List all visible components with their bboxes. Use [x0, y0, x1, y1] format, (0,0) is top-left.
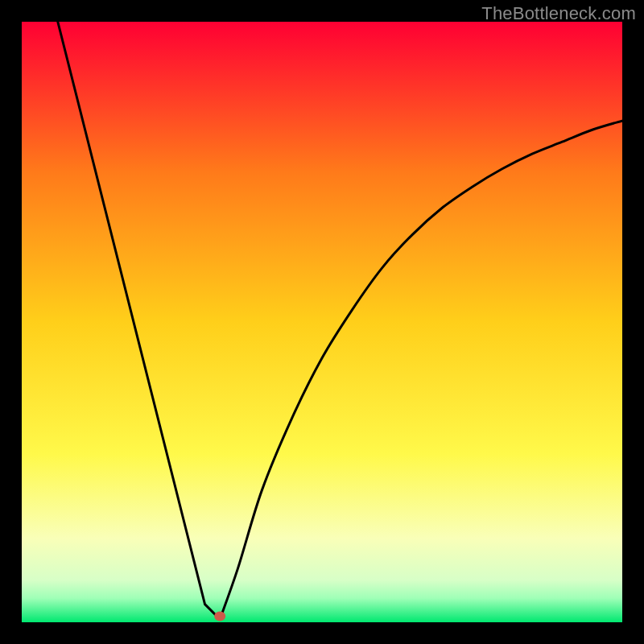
chart-frame: TheBottleneck.com — [0, 0, 644, 644]
watermark-text: TheBottleneck.com — [481, 3, 636, 24]
bottleneck-curve-chart — [22, 22, 622, 622]
gradient-background — [22, 22, 622, 622]
optimal-point-marker — [214, 612, 225, 621]
